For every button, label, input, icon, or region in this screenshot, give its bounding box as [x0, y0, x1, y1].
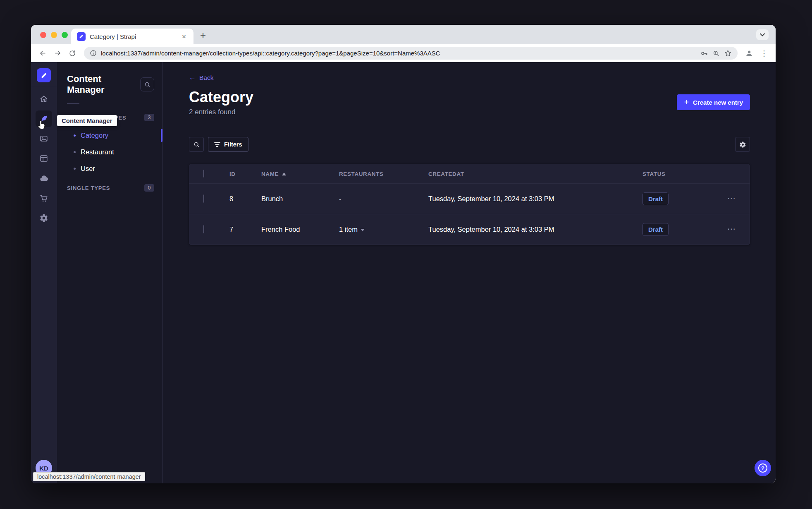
table-settings-button[interactable] — [735, 137, 750, 152]
column-header-status[interactable]: STATUS — [642, 171, 726, 177]
tab-close-icon[interactable]: × — [180, 32, 188, 41]
tab-search-button[interactable] — [756, 29, 769, 40]
table-row[interactable]: 8 Brunch - Tuesday, September 10, 2024 a… — [189, 183, 750, 214]
new-tab-button[interactable]: + — [197, 29, 209, 41]
url-text: localhost:1337/admin/content-manager/col… — [101, 50, 696, 57]
subnav-search-button[interactable] — [140, 77, 154, 91]
nav-marketplace-button[interactable] — [36, 190, 52, 206]
browser-tab[interactable]: Category | Strapi × — [71, 29, 193, 44]
column-header-id[interactable]: ID — [229, 171, 261, 177]
browser-profile-icon[interactable] — [743, 48, 755, 59]
row-actions-button[interactable]: ⋯ — [726, 191, 738, 205]
nav-home-button[interactable] — [36, 91, 52, 107]
window-controls — [40, 32, 68, 38]
sidebar-item-restaurant[interactable]: Restaurant — [57, 144, 162, 160]
single-types-section-header: SINGLE TYPES 0 — [57, 184, 162, 192]
table-action-bar: Filters — [189, 137, 750, 152]
back-label: Back — [199, 74, 213, 82]
chevron-down-icon — [361, 229, 365, 231]
filter-icon — [214, 142, 220, 147]
column-header-name[interactable]: NAME — [261, 171, 339, 177]
table-row[interactable]: 7 French Food 1 item Tuesday, September … — [189, 214, 750, 245]
collection-types-count-badge: 3 — [144, 114, 154, 121]
cell-restaurants[interactable]: 1 item — [339, 226, 428, 233]
back-arrow-icon: ← — [189, 74, 196, 82]
page-header: Category 2 entries found + Create new en… — [189, 89, 750, 116]
fullscreen-window-button[interactable] — [62, 32, 68, 38]
filters-button[interactable]: Filters — [208, 137, 248, 152]
browser-window: Category | Strapi × + localhost:1337/adm… — [31, 25, 776, 483]
action-bar-left: Filters — [189, 137, 248, 152]
cell-createdat: Tuesday, September 10, 2024 at 3:03 PM — [428, 195, 642, 203]
entries-table: ID NAME RESTAURANTS CREATEDAT STATUS 8 B… — [189, 164, 750, 245]
entries-count: 2 entries found — [189, 108, 253, 116]
row-checkbox[interactable] — [203, 225, 204, 233]
bullet-icon — [74, 168, 76, 170]
column-header-restaurants[interactable]: RESTAURANTS — [339, 171, 428, 177]
column-header-createdat[interactable]: CREATEDAT — [428, 171, 642, 177]
bookmark-star-icon[interactable] — [724, 49, 732, 57]
cell-id: 7 — [229, 226, 261, 233]
strapi-app: KD Content Manager COLLECTION TYPES 3 — [31, 62, 776, 483]
row-actions-button[interactable]: ⋯ — [726, 222, 738, 236]
zoom-icon[interactable] — [712, 50, 720, 57]
sidebar-item-label: Restaurant — [81, 148, 114, 156]
name-header-label: NAME — [261, 171, 279, 177]
sidebar-item-label: User — [81, 165, 95, 173]
help-button[interactable]: ? — [755, 460, 771, 476]
subnav-header: Content Manager — [57, 62, 162, 95]
sidebar-item-category[interactable]: Category — [57, 127, 162, 144]
cell-id: 8 — [229, 195, 261, 203]
close-window-button[interactable] — [40, 32, 46, 38]
create-button-label: Create new entry — [693, 99, 743, 106]
status-badge: Draft — [642, 192, 669, 205]
search-icon — [193, 141, 200, 148]
title-block: Category 2 entries found — [189, 89, 253, 116]
forward-nav-button[interactable] — [52, 48, 63, 59]
subnav-divider — [67, 103, 79, 104]
back-link[interactable]: ← Back — [189, 74, 213, 82]
browser-menu-icon[interactable]: ⋮ — [758, 48, 770, 59]
page-info-icon[interactable] — [90, 50, 97, 57]
table-search-button[interactable] — [189, 137, 204, 152]
create-new-entry-button[interactable]: + Create new entry — [677, 94, 750, 110]
main-nav-rail: KD — [31, 62, 57, 483]
browser-toolbar: localhost:1337/admin/content-manager/col… — [31, 44, 776, 62]
nav-content-type-builder-button[interactable] — [36, 150, 52, 167]
single-types-count-badge: 0 — [144, 184, 154, 192]
collection-types-list: Category Restaurant User — [57, 127, 162, 177]
cell-createdat: Tuesday, September 10, 2024 at 3:03 PM — [428, 226, 642, 233]
sidebar-item-user[interactable]: User — [57, 160, 162, 177]
minimize-window-button[interactable] — [51, 32, 57, 38]
reload-button[interactable] — [67, 48, 78, 59]
content-manager-tooltip: Content Manager — [57, 115, 117, 126]
cell-name: French Food — [261, 226, 339, 233]
strapi-logo[interactable] — [37, 68, 51, 82]
nav-media-library-button[interactable] — [36, 130, 52, 147]
content-manager-subnav: Content Manager COLLECTION TYPES 3 Categ… — [57, 62, 163, 483]
status-bar-link-preview: localhost:1337/admin/content-manager — [33, 472, 145, 481]
browser-tab-strip: Category | Strapi × + — [31, 25, 776, 44]
password-key-icon[interactable] — [700, 49, 708, 58]
logo-section — [31, 62, 57, 87]
nav-content-manager-button[interactable] — [36, 110, 52, 127]
nav-settings-button[interactable] — [36, 210, 52, 226]
nav-cloud-button[interactable] — [36, 170, 52, 187]
help-icon: ? — [758, 463, 767, 473]
subnav-title: Content Manager — [67, 74, 140, 95]
filters-label: Filters — [224, 141, 242, 148]
select-all-checkbox[interactable] — [203, 170, 204, 178]
chevron-down-icon — [760, 33, 765, 36]
row-checkbox[interactable] — [203, 194, 204, 203]
strapi-favicon — [77, 32, 86, 41]
cell-name: Brunch — [261, 195, 339, 203]
search-icon — [144, 81, 151, 88]
single-types-label: SINGLE TYPES — [67, 185, 110, 191]
main-content: ← Back Category 2 entries found + Create… — [163, 62, 776, 483]
active-indicator — [161, 129, 162, 142]
back-nav-button[interactable] — [37, 48, 48, 59]
sort-ascending-icon — [282, 173, 286, 175]
rail-nav-items — [36, 87, 52, 226]
table-header-row: ID NAME RESTAURANTS CREATEDAT STATUS — [189, 164, 750, 183]
url-bar[interactable]: localhost:1337/admin/content-manager/col… — [84, 47, 738, 60]
